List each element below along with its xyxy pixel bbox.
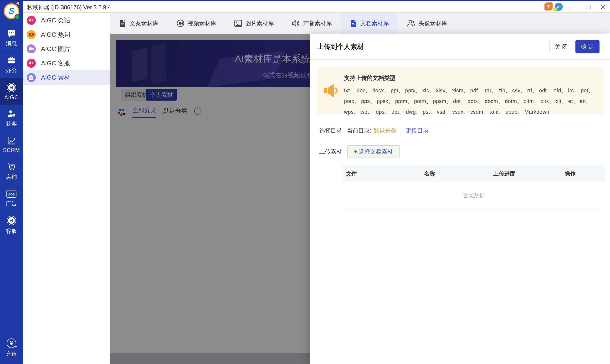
briefcase-icon bbox=[7, 56, 16, 64]
aa-text: Aa bbox=[29, 18, 34, 22]
tab-label: 声音素材库 bbox=[303, 20, 332, 27]
tab-document-materials[interactable]: 文档素材库 bbox=[341, 13, 398, 34]
sidebar-item-support[interactable]: AI 客服 bbox=[0, 212, 23, 238]
tab-video-materials[interactable]: 视频素材库 bbox=[168, 13, 225, 34]
sidebar-item-scrm[interactable]: SCRM bbox=[0, 131, 23, 158]
column-header-actions: 操作 bbox=[561, 170, 605, 177]
subnav-item-aigc-chat[interactable]: Aa AIGC 会话 bbox=[23, 13, 110, 27]
tab-label: 视频素材库 bbox=[188, 20, 216, 27]
app-logo[interactable]: S bbox=[4, 3, 19, 19]
aa-text: Aa bbox=[29, 61, 34, 65]
sidebar-item-messages[interactable]: 消息 bbox=[0, 25, 23, 52]
subnav-item-aigc-materials[interactable]: AIGC 素材 bbox=[23, 70, 110, 85]
column-header-file: 文件 bbox=[343, 170, 421, 177]
current-directory-value: 默认分类 bbox=[374, 127, 397, 134]
people-icon bbox=[407, 20, 415, 27]
maximize-button[interactable] bbox=[584, 3, 592, 11]
chat-bubble-icon bbox=[7, 30, 16, 38]
aigc-subnav: Aa AIGC 会话 AIGC 热词 AIGC 图片 Aa AIGC 客服 AI… bbox=[23, 13, 110, 364]
content-region: 文案素材库 视频素材库 图片素材库 声音素材库 文档素材库 头像素材库 bbox=[110, 13, 610, 364]
tab-image-materials[interactable]: 图片素材库 bbox=[225, 13, 283, 34]
tray-ai-text: Ai bbox=[557, 5, 561, 9]
sidebar-item-aigc[interactable]: AI AIGC bbox=[0, 78, 23, 105]
tab-text-materials[interactable]: 文案素材库 bbox=[110, 13, 168, 34]
document-icon bbox=[350, 20, 357, 27]
tab-label: 文案素材库 bbox=[130, 20, 158, 27]
sidebar-item-label: AIGC bbox=[4, 94, 19, 101]
camera-circle-icon bbox=[27, 44, 36, 53]
sidebar-item-ads[interactable]: ADS 广告 bbox=[0, 185, 23, 212]
subnav-item-aigc-support[interactable]: Aa AIGC 客服 bbox=[23, 56, 110, 70]
sidebar-item-label: 客服 bbox=[6, 227, 17, 235]
sidebar-item-office[interactable]: 办公 bbox=[0, 52, 23, 78]
directory-label: 选择目录 bbox=[319, 127, 342, 134]
tab-label: 图片素材库 bbox=[245, 20, 274, 27]
aa-circle-icon: Aa bbox=[27, 16, 36, 25]
text-doc-icon bbox=[119, 20, 126, 27]
column-header-progress: 上传进度 bbox=[490, 170, 561, 177]
sidebar-item-label: SCRM bbox=[3, 147, 20, 154]
panel-header: 上传到个人素材 关 闭 确 定 bbox=[310, 34, 610, 60]
material-tab-bar: 文案素材库 视频素材库 图片素材库 声音素材库 文档素材库 头像素材库 bbox=[110, 13, 610, 34]
window-title: 私域神器 (ID-386176) Ver 3.2.9.4 bbox=[27, 4, 111, 11]
subnav-item-label: AIGC 图片 bbox=[41, 45, 70, 53]
window-accent-strip bbox=[0, 0, 610, 1]
sidebar-item-leads[interactable]: 获客 bbox=[0, 105, 23, 131]
ai-chat-icon: AI bbox=[7, 216, 16, 225]
title-bar: 私域神器 (ID-386176) Ver 3.2.9.4 T Ai bbox=[23, 1, 610, 13]
megaphone-icon bbox=[324, 83, 338, 98]
close-window-button[interactable] bbox=[599, 3, 607, 11]
minimize-button[interactable] bbox=[569, 3, 576, 11]
notice-title: 支持上传的文档类型 bbox=[344, 74, 595, 82]
tab-label: 头像素材库 bbox=[419, 20, 447, 27]
person-plus-icon bbox=[7, 109, 16, 118]
ai-chat-text: AI bbox=[8, 217, 15, 224]
choose-document-button[interactable]: + 选择文档素材 bbox=[347, 145, 400, 158]
plus-text: + bbox=[14, 344, 17, 349]
directory-row: 选择目录 当前目录: 默认分类 | 更换目录 bbox=[319, 127, 610, 134]
column-header-name: 名称 bbox=[421, 170, 490, 177]
tray-t-icon[interactable]: T bbox=[545, 3, 552, 11]
notice-body: txt、 doc、 docx、 ppt、 pptx、 xls、 xlsx、 xl… bbox=[344, 85, 595, 117]
app-window: S 消息 办公 AI AIGC 获客 SCRM 店铺 bbox=[0, 0, 610, 364]
speaker-icon bbox=[292, 20, 300, 27]
aa-circle-icon: Aa bbox=[27, 59, 36, 68]
subnav-item-aigc-images[interactable]: AIGC 图片 bbox=[23, 42, 110, 56]
current-directory-label: 当前目录: bbox=[347, 127, 371, 134]
close-panel-button[interactable]: 关 闭 bbox=[549, 40, 573, 53]
sidebar-item-recharge[interactable]: ¥+ 充值 bbox=[0, 335, 23, 361]
crown-icon bbox=[15, 0, 21, 5]
primary-sidebar: S 消息 办公 AI AIGC 获客 SCRM 店铺 bbox=[0, 0, 23, 364]
subnav-item-aigc-hotwords[interactable]: AIGC 热词 bbox=[23, 27, 110, 42]
subnav-item-label: AIGC 会话 bbox=[41, 16, 70, 25]
ai-badge-icon: AI bbox=[7, 83, 16, 92]
ads-badge-icon: ADS bbox=[6, 190, 16, 198]
change-directory-link[interactable]: 更换目录 bbox=[406, 127, 428, 134]
table-empty-state: 暂无数据 bbox=[343, 182, 605, 209]
tray-ai-assistant-icon[interactable]: Ai bbox=[555, 3, 563, 11]
yen-text: ¥ bbox=[10, 340, 13, 347]
table-header-row: 文件 名称 上传进度 操作 bbox=[343, 165, 605, 182]
trend-chart-icon bbox=[7, 137, 16, 145]
subnav-item-label: AIGC 客服 bbox=[41, 59, 70, 67]
tray-t-text: T bbox=[547, 4, 550, 10]
modal-dim-overlay[interactable] bbox=[110, 34, 310, 364]
sidebar-item-label: 获客 bbox=[6, 120, 17, 128]
sidebar-item-shop[interactable]: 店铺 bbox=[0, 158, 23, 185]
logo-letter: S bbox=[9, 6, 14, 16]
subnav-item-label: AIGC 素材 bbox=[41, 73, 70, 82]
sidebar-item-label: 充值 bbox=[6, 350, 17, 358]
subnav-item-label: AIGC 热词 bbox=[41, 30, 70, 39]
confirm-button[interactable]: 确 定 bbox=[575, 40, 599, 53]
panel-title: 上传到个人素材 bbox=[317, 42, 364, 51]
tab-audio-materials[interactable]: 声音素材库 bbox=[283, 13, 341, 34]
clipboard-circle-icon bbox=[27, 73, 36, 82]
sidebar-item-label: 店铺 bbox=[6, 173, 17, 181]
play-circle-icon bbox=[27, 30, 36, 39]
sidebar-item-label: 消息 bbox=[6, 40, 17, 47]
image-icon bbox=[234, 20, 242, 27]
ads-badge-text: ADS bbox=[8, 193, 14, 196]
upload-label: 上传素材 bbox=[319, 148, 342, 156]
tab-avatar-materials[interactable]: 头像素材库 bbox=[398, 13, 456, 34]
sidebar-item-label: 办公 bbox=[6, 66, 17, 74]
